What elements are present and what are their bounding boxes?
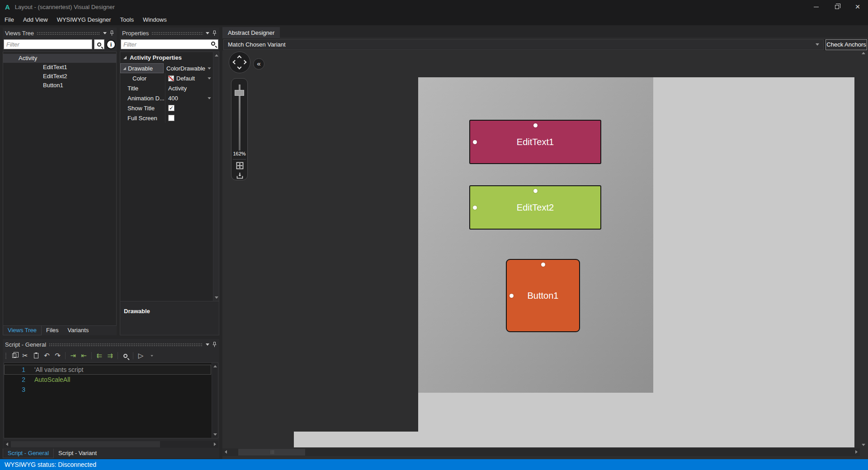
scroll-up-icon[interactable]: [213, 365, 217, 367]
menu-tools[interactable]: Tools: [116, 14, 138, 25]
outdent-button[interactable]: ⇤: [79, 351, 89, 361]
scroll-up-icon[interactable]: [215, 54, 218, 56]
anchor-handle-top[interactable]: [533, 123, 538, 127]
scroll-down-icon[interactable]: [213, 433, 217, 436]
pan-up-icon[interactable]: [237, 56, 242, 60]
script-editor[interactable]: 1 'All variants script 2 AutoScaleAll 3: [4, 362, 218, 438]
property-value-color[interactable]: Default: [165, 73, 213, 83]
scrollbar-thumb[interactable]: [11, 441, 160, 447]
views-filter-input[interactable]: [4, 39, 92, 49]
pan-navigation-pad[interactable]: [229, 52, 250, 73]
designer-canvas[interactable]: EditText1 EditText2 Button1 «: [222, 51, 868, 459]
property-label-color[interactable]: Color: [120, 73, 165, 83]
shift-left-button[interactable]: ⇇: [94, 351, 104, 361]
scroll-right-icon[interactable]: [855, 450, 858, 454]
find-button[interactable]: [121, 351, 130, 361]
tab-variants[interactable]: Variants: [63, 326, 94, 335]
pan-right-icon[interactable]: [242, 60, 247, 65]
property-label-full-screen[interactable]: Full Screen: [120, 113, 165, 123]
pan-down-icon[interactable]: [237, 65, 242, 70]
show-title-checkbox[interactable]: ✓: [168, 105, 175, 111]
full-screen-checkbox[interactable]: [168, 115, 175, 121]
views-search-button[interactable]: [94, 39, 104, 49]
anchor-handle-left[interactable]: [473, 206, 477, 210]
redo-button[interactable]: ↷: [53, 351, 62, 361]
tab-script-general[interactable]: Script - General: [3, 449, 54, 458]
pin-icon[interactable]: [212, 342, 217, 348]
canvas-vertical-scrollbar[interactable]: [860, 51, 867, 447]
anchor-handle-left[interactable]: [473, 140, 477, 144]
scroll-left-icon[interactable]: [225, 450, 227, 454]
tab-script-variant[interactable]: Script - Variant: [54, 449, 101, 458]
shift-right-button[interactable]: ⇉: [105, 351, 115, 361]
menu-add-view[interactable]: Add View: [19, 14, 52, 25]
minimize-button[interactable]: [806, 0, 826, 14]
expand-triangle-icon[interactable]: [123, 67, 126, 70]
scroll-right-icon[interactable]: [214, 442, 216, 446]
widget-button1[interactable]: Button1: [506, 259, 580, 332]
property-value-animation-duration[interactable]: 400: [165, 93, 213, 103]
editor-horizontal-scrollbar[interactable]: [4, 441, 218, 448]
code-line[interactable]: 3: [4, 385, 211, 395]
property-label-animation-duration[interactable]: Animation D...: [120, 93, 165, 103]
canvas-outside-area[interactable]: [294, 432, 419, 447]
dropdown-arrow-icon[interactable]: [208, 67, 211, 70]
tree-item-button1[interactable]: Button1: [3, 81, 116, 90]
property-label-show-title[interactable]: Show Title: [120, 103, 165, 113]
properties-filter-input[interactable]: [121, 39, 218, 49]
scroll-down-icon[interactable]: [862, 444, 865, 446]
panel-menu-icon[interactable]: [206, 32, 209, 34]
collapse-tools-button[interactable]: «: [253, 58, 264, 70]
device-screen[interactable]: EditText1 EditText2 Button1: [418, 77, 653, 393]
property-value-drawable[interactable]: ColorDrawable: [164, 63, 213, 73]
tab-abstract-designer[interactable]: Abstract Designer: [222, 27, 280, 38]
toolbar-overflow-button[interactable]: [147, 351, 156, 361]
pan-left-icon[interactable]: [233, 60, 237, 65]
tab-views-tree[interactable]: Views Tree: [3, 326, 42, 335]
property-label-title[interactable]: Title: [120, 83, 165, 93]
toolbar-grip[interactable]: [5, 352, 7, 359]
menu-windows[interactable]: Windows: [138, 14, 171, 25]
indent-button[interactable]: ⇥: [68, 351, 78, 361]
close-button[interactable]: ×: [847, 0, 868, 14]
scrollbar-thumb[interactable]: [238, 449, 305, 456]
widget-edittext1[interactable]: EditText1: [469, 120, 601, 164]
property-value-title[interactable]: Activity: [165, 83, 213, 93]
dropdown-arrow-icon[interactable]: [208, 77, 211, 80]
scroll-up-icon[interactable]: [862, 52, 865, 54]
category-activity-properties[interactable]: Activity Properties: [120, 52, 219, 63]
property-grid-scrollbar[interactable]: [213, 52, 219, 301]
chevron-down-icon[interactable]: [816, 43, 819, 46]
cut-button[interactable]: ✂: [20, 351, 30, 361]
dropdown-arrow-icon[interactable]: [208, 97, 211, 99]
anchor-handle-top[interactable]: [541, 263, 545, 267]
pin-icon[interactable]: [109, 30, 114, 36]
anchor-handle-left[interactable]: [509, 294, 514, 298]
code-line[interactable]: 1 'All variants script: [4, 365, 211, 375]
run-script-button[interactable]: ▷: [136, 351, 146, 361]
scroll-left-icon[interactable]: [6, 442, 8, 446]
editor-scrollbar[interactable]: [212, 363, 218, 438]
undo-button[interactable]: ↶: [42, 351, 52, 361]
tree-item-edittext2[interactable]: EditText2: [3, 72, 116, 81]
menu-wysiwyg-designer[interactable]: WYSIWYG Designer: [52, 14, 116, 25]
panel-menu-icon[interactable]: [103, 32, 107, 34]
property-label-drawable[interactable]: Drawable: [120, 63, 164, 73]
anchor-handle-top[interactable]: [533, 189, 538, 193]
restore-button[interactable]: [826, 0, 847, 14]
zoom-slider-handle[interactable]: [235, 90, 244, 96]
check-anchors-button[interactable]: Check Anchors: [826, 39, 867, 50]
canvas-horizontal-scrollbar[interactable]: [222, 448, 860, 456]
variant-combo[interactable]: Match Chosen Variant: [223, 39, 824, 50]
tab-files[interactable]: Files: [42, 326, 63, 335]
load-variant-button[interactable]: [235, 171, 245, 180]
code-line[interactable]: 2 AutoScaleAll: [4, 375, 211, 385]
menu-file[interactable]: File: [0, 14, 19, 25]
tree-item-edittext1[interactable]: EditText1: [3, 63, 116, 72]
panel-menu-icon[interactable]: [206, 343, 209, 346]
copy-button[interactable]: [9, 351, 19, 361]
fit-to-screen-button[interactable]: [235, 161, 245, 170]
tree-item-activity[interactable]: Activity: [3, 54, 116, 63]
info-button[interactable]: i: [106, 40, 116, 49]
pin-icon[interactable]: [212, 30, 217, 36]
